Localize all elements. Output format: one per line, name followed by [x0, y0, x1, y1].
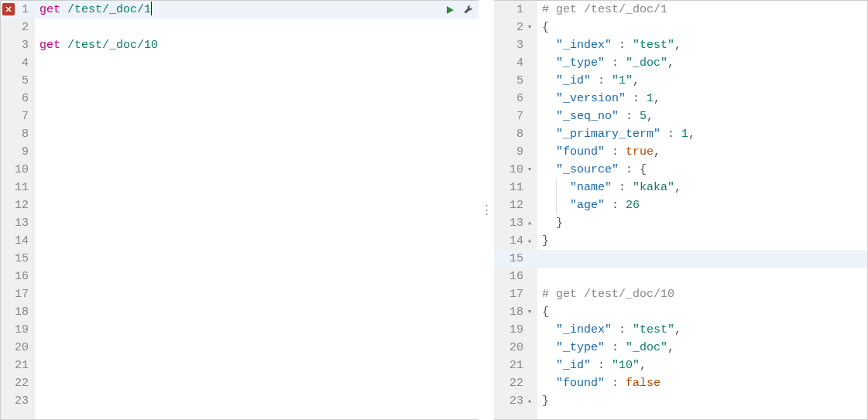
- code-line[interactable]: [35, 339, 479, 357]
- indent: [542, 92, 556, 105]
- fold-open-icon[interactable]: ▾: [525, 303, 534, 321]
- code-line[interactable]: [35, 108, 479, 125]
- json-boolean: false: [626, 377, 660, 390]
- response-line[interactable]: "_id" : "10",: [537, 357, 867, 374]
- code-line[interactable]: [35, 303, 479, 321]
- wrench-icon[interactable]: [463, 5, 474, 15]
- response-viewer-panel: 12▾345678910▾111213▴14▴15161718▾19202122…: [494, 0, 868, 420]
- line-number: 11: [1, 179, 35, 196]
- indent: [542, 217, 556, 230]
- code-line[interactable]: [35, 72, 479, 90]
- code-line[interactable]: [35, 143, 479, 161]
- fold-close-icon[interactable]: ▴: [525, 392, 534, 410]
- code-line[interactable]: [35, 374, 479, 392]
- response-line[interactable]: "name" : "kaka",: [537, 179, 867, 196]
- request-path: /test/_doc/10: [67, 39, 158, 52]
- indent: [542, 39, 556, 52]
- response-gutter: 12▾345678910▾111213▴14▴15161718▾19202122…: [494, 1, 537, 419]
- response-line[interactable]: "_primary_term" : 1,: [537, 125, 867, 143]
- response-line[interactable]: "_index" : "test",: [537, 321, 867, 339]
- code-line[interactable]: [35, 161, 479, 179]
- comment: # get /test/_doc/1: [542, 3, 667, 16]
- punctuation: {: [542, 21, 549, 34]
- json-key: "_index": [556, 39, 612, 52]
- json-string: "1": [612, 74, 633, 87]
- response-line[interactable]: "_seq_no" : 5,: [537, 108, 867, 125]
- response-line[interactable]: {: [537, 303, 867, 321]
- panel-divider[interactable]: ⋮: [479, 0, 494, 420]
- punctuation: }: [556, 217, 563, 230]
- response-line[interactable]: }: [537, 392, 867, 410]
- run-icon[interactable]: [444, 5, 455, 15]
- fold-close-icon[interactable]: ▴: [525, 214, 534, 232]
- line-number: 12: [494, 196, 537, 214]
- code-line[interactable]: [35, 196, 479, 214]
- request-editor[interactable]: get /test/_doc/1get /test/_doc/10: [35, 1, 479, 419]
- code-line[interactable]: [35, 90, 479, 108]
- code-line[interactable]: [35, 392, 479, 410]
- response-line[interactable]: "_index" : "test",: [537, 36, 867, 54]
- response-line[interactable]: {: [537, 19, 867, 36]
- punctuation: :: [619, 110, 640, 123]
- json-key: "name": [570, 181, 612, 194]
- indent: [542, 323, 556, 336]
- response-line[interactable]: "_source" : {: [537, 161, 867, 179]
- indent: [542, 377, 556, 390]
- fold-open-icon[interactable]: ▾: [525, 19, 534, 36]
- comment: # get /test/_doc/10: [542, 288, 674, 301]
- line-number: 9: [494, 143, 537, 161]
- response-line[interactable]: }: [537, 232, 867, 250]
- code-line[interactable]: [35, 214, 479, 232]
- code-line[interactable]: [35, 125, 479, 143]
- response-viewer[interactable]: # get /test/_doc/1{ "_index" : "test", "…: [537, 1, 867, 419]
- response-line[interactable]: "found" : false: [537, 374, 867, 392]
- code-line[interactable]: [35, 232, 479, 250]
- line-number: 22: [494, 374, 537, 392]
- line-number: 17: [1, 285, 35, 303]
- line-number: 23: [1, 392, 35, 410]
- response-line[interactable]: "_type" : "_doc",: [537, 54, 867, 72]
- line-number: 14: [1, 232, 35, 250]
- punctuation: :: [660, 128, 681, 141]
- response-line[interactable]: # get /test/_doc/1: [537, 1, 867, 19]
- error-icon: [2, 3, 15, 15]
- fold-open-icon[interactable]: ▾: [525, 161, 534, 179]
- code-line[interactable]: [35, 19, 479, 36]
- code-line[interactable]: [35, 54, 479, 72]
- punctuation: ,: [667, 341, 674, 354]
- code-line[interactable]: [35, 357, 479, 374]
- line-number: 9: [1, 143, 35, 161]
- punctuation: ,: [647, 110, 654, 123]
- fold-close-icon[interactable]: ▴: [525, 232, 534, 250]
- code-line[interactable]: get /test/_doc/10: [35, 36, 479, 54]
- line-number: 7: [1, 108, 35, 125]
- line-number: 12: [1, 196, 35, 214]
- code-line[interactable]: get /test/_doc/1: [35, 1, 479, 19]
- response-line[interactable]: "age" : 26: [537, 196, 867, 214]
- indent: [542, 110, 556, 123]
- code-line[interactable]: [35, 268, 479, 285]
- code-line[interactable]: [35, 179, 479, 196]
- punctuation: :: [605, 199, 626, 212]
- response-line[interactable]: }: [537, 214, 867, 232]
- json-string: "_doc": [626, 341, 667, 354]
- response-line[interactable]: "_version" : 1,: [537, 90, 867, 108]
- response-line[interactable]: [537, 268, 867, 285]
- token: [60, 39, 67, 52]
- line-number: 2: [1, 19, 35, 36]
- punctuation: {: [542, 306, 549, 319]
- punctuation: ,: [674, 181, 681, 194]
- punctuation: :: [605, 341, 626, 354]
- code-line[interactable]: [35, 321, 479, 339]
- response-line[interactable]: [537, 250, 867, 268]
- response-line[interactable]: "_type" : "_doc",: [537, 339, 867, 357]
- response-line[interactable]: "_id" : "1",: [537, 72, 867, 90]
- line-number: 4: [494, 54, 537, 72]
- code-line[interactable]: [35, 250, 479, 268]
- line-number: 15: [494, 250, 537, 268]
- code-line[interactable]: [35, 285, 479, 303]
- response-line[interactable]: "found" : true,: [537, 143, 867, 161]
- indent: [542, 128, 556, 141]
- json-string: "test": [633, 39, 674, 52]
- response-line[interactable]: # get /test/_doc/10: [537, 285, 867, 303]
